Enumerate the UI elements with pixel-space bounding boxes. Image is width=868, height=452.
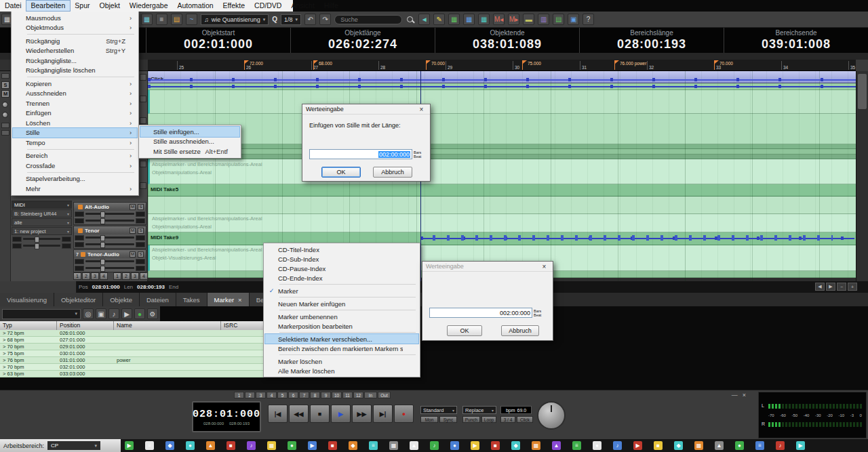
menubar-item[interactable]: Spur (70, 1, 94, 11)
time-display[interactable]: Bereichsende 039:01:008 (724, 28, 868, 53)
menu-item[interactable]: Trennen (13, 98, 137, 108)
menu-item[interactable]: Rückgängigliste... (13, 56, 137, 66)
bar-number-button[interactable]: 10 (332, 392, 342, 398)
manager-tab[interactable]: Marker (208, 293, 250, 306)
collapse-button[interactable] (140, 74, 146, 81)
click-button[interactable]: Click (517, 416, 533, 423)
pan-fader-row[interactable] (74, 218, 146, 224)
value-input[interactable]: 002:00:000 (309, 149, 412, 159)
zoom-in-icon[interactable]: + (848, 283, 857, 291)
midi-setting-dropdown[interactable]: alle (12, 218, 72, 226)
ok-button[interactable]: OK (447, 325, 482, 336)
midi-fader-row[interactable] (12, 236, 72, 242)
taskbar-app-icon[interactable]: ≡ (369, 441, 378, 450)
lines-icon[interactable]: ≡ (156, 14, 167, 25)
bar-number-button[interactable]: 8 (310, 392, 320, 398)
snapshot-icon[interactable]: ▣ (96, 308, 106, 319)
menu-item[interactable]: Mit Stille ersetzen Alt+Entf (140, 146, 239, 157)
menubar-item[interactable]: Ansicht (286, 1, 319, 11)
play-mode-dropdown[interactable]: Standard (420, 406, 457, 414)
go-start-button[interactable]: |◀ (268, 405, 288, 423)
menu-item[interactable]: Neuen Marker einfügen (265, 299, 418, 308)
taskbar-app-icon[interactable]: ▦ (532, 441, 540, 450)
forward-button[interactable]: ▶▶ (352, 405, 372, 423)
collapse-button[interactable] (140, 96, 146, 102)
loop-button[interactable]: Loop (481, 416, 496, 423)
mute-button[interactable]: M (1, 90, 9, 98)
collapse-button[interactable] (140, 161, 146, 167)
menu-item[interactable]: Bereich (13, 151, 137, 161)
grid-blue-icon[interactable]: ▦ (463, 14, 475, 25)
menu-item[interactable]: Stapelverarbeitung... (13, 174, 137, 184)
help-icon[interactable]: ? (583, 14, 594, 25)
volume-fader-row[interactable] (74, 211, 146, 217)
vertical-scrollbar[interactable] (856, 71, 868, 281)
solo-button[interactable]: S (1, 81, 9, 89)
scroll-left-icon[interactable]: ◀ (815, 283, 825, 291)
collapsed-track-lane[interactable] (148, 149, 856, 155)
menubar-item[interactable]: Automation (172, 1, 218, 11)
bar-select-button[interactable]: 2 (122, 272, 130, 280)
menu-item[interactable]: Marker umbenennen (265, 312, 418, 321)
taskbar-app-icon[interactable]: ▲ (206, 441, 215, 450)
mixer-icon[interactable]: ▤ (553, 14, 564, 25)
grid-teal-icon[interactable]: ▦ (478, 14, 490, 25)
taskbar-app-icon[interactable]: ■ (491, 441, 500, 450)
volume-fader-row[interactable] (74, 234, 146, 241)
monitor-button[interactable]: Mon (420, 416, 438, 423)
Tenor-Audio[interactable]: 7 Tenor-Audio M S (73, 249, 146, 272)
track-strip-header[interactable]: 7 Tenor-Audio M S (74, 250, 146, 258)
value-input[interactable]: 002:00:000 (429, 308, 532, 318)
settings-icon[interactable]: ⚙ (147, 308, 158, 319)
taskbar-app-icon[interactable]: ▦ (267, 441, 276, 450)
taskbar-app-icon[interactable]: ▶ (308, 441, 317, 450)
menu-item[interactable]: CD-Sub-Index (265, 254, 418, 264)
Tenor[interactable]: Tenor M S (73, 226, 146, 249)
menu-item[interactable]: Tempo (13, 138, 137, 148)
grid-green-icon[interactable]: ▦ (448, 14, 460, 25)
marker-next-icon[interactable]: M▸ (508, 14, 519, 25)
bar-number-button[interactable]: 4 (267, 392, 277, 398)
range-icon[interactable]: ▬ (523, 14, 534, 25)
zoom-out-icon[interactable]: − (837, 283, 846, 291)
punch-button[interactable]: Punch (462, 416, 480, 423)
menu-item[interactable]: Rückgängigliste löschen (13, 66, 137, 76)
menu-item[interactable]: Markerposition bearbeiten (265, 321, 418, 331)
menu-item[interactable]: Stille ausschneiden... (140, 137, 239, 147)
record-button[interactable]: ● (394, 405, 414, 423)
collapsed-track-lane[interactable] (148, 155, 856, 159)
volume-knob[interactable] (2, 112, 8, 118)
collapsed-track-lane[interactable] (148, 144, 856, 149)
time-signature-button[interactable]: 3 / 4 (500, 416, 515, 423)
midi-take-label[interactable]: MIDI Take9 (151, 234, 178, 241)
workspace-dropdown[interactable]: CP (47, 441, 100, 450)
taskbar-app-icon[interactable]: ▶ (796, 441, 805, 450)
close-icon[interactable] (539, 262, 549, 271)
taskbar-app-icon[interactable]: ▶ (125, 441, 134, 450)
time-display[interactable]: Objektstart 002:01:000 (146, 28, 290, 53)
menubar-item[interactable]: Datei (0, 1, 26, 11)
midi-setting-dropdown[interactable]: B: Steinberg UR44 (12, 209, 72, 218)
midi-object-header[interactable] (148, 184, 856, 197)
dialog-titlebar[interactable]: Werteeingabe (302, 104, 430, 115)
arrange-icon[interactable]: ▣ (568, 14, 579, 25)
bar-number-button[interactable]: 12 (353, 392, 363, 398)
menu-item[interactable]: Einfügen (13, 108, 137, 119)
column-header[interactable]: Position (57, 321, 114, 330)
solo-button[interactable]: S (138, 251, 144, 258)
menu-item[interactable]: CD-Titel-Index (265, 245, 418, 254)
bar-number-button[interactable]: 7 (299, 392, 309, 398)
bar-select-button[interactable]: 4 (140, 272, 148, 280)
mouse-mode-icon[interactable]: ▦ (141, 14, 153, 25)
menu-item[interactable]: Alle Marker löschen (265, 366, 418, 375)
mute-button[interactable]: M (130, 228, 136, 234)
close-icon[interactable] (238, 296, 242, 304)
menu-item[interactable]: CD-Ende-Index (265, 273, 418, 283)
taskbar-app-icon[interactable]: ● (450, 441, 459, 450)
taskbar-app-icon[interactable]: ◆ (511, 441, 520, 450)
search-icon[interactable] (406, 15, 415, 24)
track-strip-header[interactable]: Alt-Audio M S (74, 203, 146, 211)
menu-item[interactable]: Wiederherstellen Strg+Y (13, 46, 137, 56)
taskbar-app-icon[interactable]: ♪ (613, 441, 622, 450)
undo-icon[interactable]: ↶ (304, 14, 316, 25)
